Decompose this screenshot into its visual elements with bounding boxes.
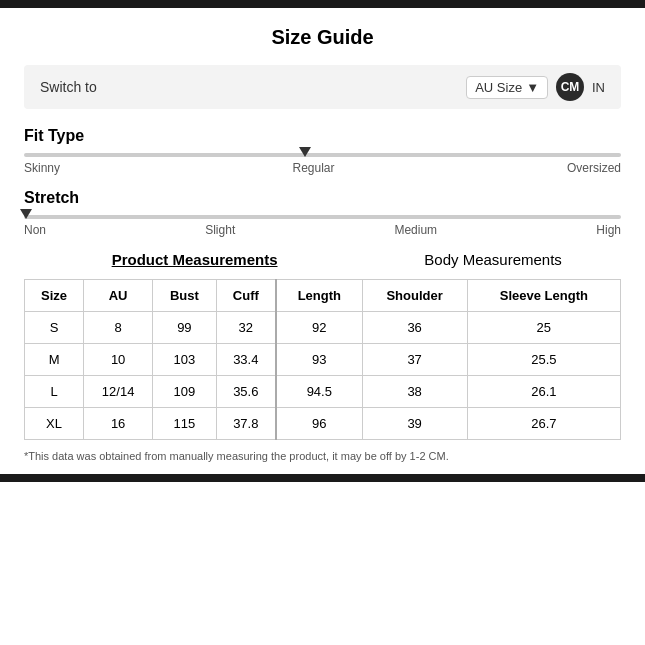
col-size: Size <box>25 280 84 312</box>
cell-shoulder: 38 <box>362 376 467 408</box>
product-measurements-title: Product Measurements <box>112 251 278 268</box>
cm-label: CM <box>561 80 580 94</box>
cell-bust: 115 <box>153 408 216 440</box>
au-size-dropdown[interactable]: AU Size ▼ <box>466 76 548 99</box>
au-size-label: AU Size <box>475 80 522 95</box>
cell-sleeve: 26.7 <box>467 408 620 440</box>
table-row: M 10 103 33.4 93 37 25.5 <box>25 344 621 376</box>
stretch-label-non: Non <box>24 223 46 237</box>
stretch-title: Stretch <box>24 189 621 207</box>
cell-cuff: 32 <box>216 312 276 344</box>
cell-au: 12/14 <box>84 376 153 408</box>
col-sleeve-length: Sleeve Length <box>467 280 620 312</box>
cell-au: 16 <box>84 408 153 440</box>
col-length: Length <box>276 280 362 312</box>
cell-bust: 109 <box>153 376 216 408</box>
fit-label-regular: Regular <box>292 161 334 175</box>
cell-bust: 103 <box>153 344 216 376</box>
table-header-row: Size AU Bust Cuff Length Shoulder Sleeve… <box>25 280 621 312</box>
cell-cuff: 37.8 <box>216 408 276 440</box>
switch-controls: AU Size ▼ CM IN <box>466 73 605 101</box>
cell-size: S <box>25 312 84 344</box>
size-table: Size AU Bust Cuff Length Shoulder Sleeve… <box>24 279 621 440</box>
fit-type-labels: Skinny Regular Oversized <box>24 161 621 175</box>
fit-type-track <box>24 153 621 157</box>
footnote: *This data was obtained from manually me… <box>24 450 621 462</box>
col-bust: Bust <box>153 280 216 312</box>
fit-type-section: Fit Type Skinny Regular Oversized <box>24 127 621 175</box>
fit-label-skinny: Skinny <box>24 161 60 175</box>
stretch-labels: Non Slight Medium High <box>24 223 621 237</box>
cell-cuff: 33.4 <box>216 344 276 376</box>
stretch-label-slight: Slight <box>205 223 235 237</box>
dropdown-arrow-icon: ▼ <box>526 80 539 95</box>
col-au: AU <box>84 280 153 312</box>
switch-row: Switch to AU Size ▼ CM IN <box>24 65 621 109</box>
cell-size: M <box>25 344 84 376</box>
table-row: S 8 99 32 92 36 25 <box>25 312 621 344</box>
fit-type-title: Fit Type <box>24 127 621 145</box>
table-row: XL 16 115 37.8 96 39 26.7 <box>25 408 621 440</box>
col-shoulder: Shoulder <box>362 280 467 312</box>
fit-type-slider: Skinny Regular Oversized <box>24 153 621 175</box>
table-row: L 12/14 109 35.6 94.5 38 26.1 <box>25 376 621 408</box>
cell-sleeve: 25 <box>467 312 620 344</box>
cell-shoulder: 36 <box>362 312 467 344</box>
switch-label: Switch to <box>40 79 97 95</box>
cell-shoulder: 37 <box>362 344 467 376</box>
top-bar <box>0 0 645 8</box>
stretch-marker <box>20 209 32 219</box>
cell-bust: 99 <box>153 312 216 344</box>
fit-label-oversized: Oversized <box>567 161 621 175</box>
col-cuff: Cuff <box>216 280 276 312</box>
cell-length: 94.5 <box>276 376 362 408</box>
cell-sleeve: 26.1 <box>467 376 620 408</box>
cell-length: 96 <box>276 408 362 440</box>
cell-cuff: 35.6 <box>216 376 276 408</box>
bottom-bar <box>0 474 645 482</box>
stretch-slider: Non Slight Medium High <box>24 215 621 237</box>
cell-size: L <box>25 376 84 408</box>
cell-sleeve: 25.5 <box>467 344 620 376</box>
cell-au: 8 <box>84 312 153 344</box>
in-label[interactable]: IN <box>592 80 605 95</box>
cell-au: 10 <box>84 344 153 376</box>
cell-length: 92 <box>276 312 362 344</box>
fit-type-marker <box>299 147 311 157</box>
cell-length: 93 <box>276 344 362 376</box>
stretch-section: Stretch Non Slight Medium High <box>24 189 621 237</box>
body-measurements-title: Body Measurements <box>424 251 562 268</box>
page-title: Size Guide <box>24 26 621 49</box>
stretch-label-medium: Medium <box>394 223 437 237</box>
stretch-label-high: High <box>596 223 621 237</box>
cm-badge[interactable]: CM <box>556 73 584 101</box>
cell-shoulder: 39 <box>362 408 467 440</box>
stretch-track <box>24 215 621 219</box>
cell-size: XL <box>25 408 84 440</box>
measurements-titles: Product Measurements Body Measurements <box>24 251 621 269</box>
